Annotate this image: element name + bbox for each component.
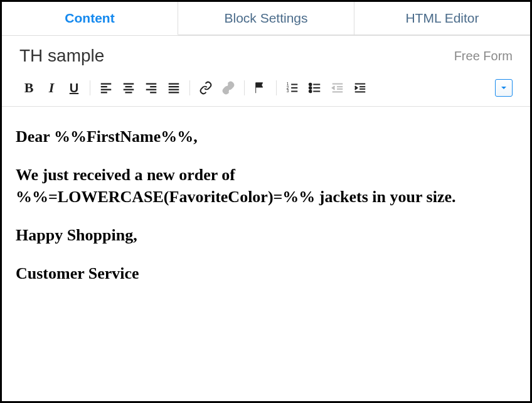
- align-justify-icon: [167, 81, 181, 95]
- flag-button[interactable]: [251, 78, 270, 97]
- more-tools-button[interactable]: [495, 79, 513, 97]
- content-paragraph: Customer Service: [16, 262, 516, 284]
- bold-button[interactable]: B: [19, 78, 38, 97]
- outdent-button[interactable]: [328, 78, 347, 97]
- block-header: TH sample Free Form: [2, 36, 530, 73]
- unlink-button[interactable]: [219, 78, 238, 97]
- unordered-list-button[interactable]: [306, 78, 324, 97]
- align-left-icon: [99, 81, 113, 95]
- align-left-button[interactable]: [97, 78, 115, 97]
- svg-text:3: 3: [287, 89, 289, 93]
- content-paragraph: We just received a new order of %%=LOWER…: [16, 164, 516, 208]
- underline-icon: U: [70, 81, 78, 95]
- tab-html-editor[interactable]: HTML Editor: [354, 2, 530, 35]
- outdent-icon: [331, 81, 344, 95]
- align-right-button[interactable]: [142, 78, 161, 97]
- indent-button[interactable]: [351, 78, 370, 97]
- svg-point-28: [309, 90, 312, 93]
- align-justify-button[interactable]: [164, 78, 183, 97]
- editor-tabs: Content Block Settings HTML Editor: [2, 2, 530, 36]
- tab-block-settings[interactable]: Block Settings: [178, 2, 354, 35]
- link-icon: [199, 81, 213, 95]
- toolbar-separator: [90, 80, 90, 95]
- link-button[interactable]: [196, 78, 215, 97]
- block-type-label: Free Form: [454, 49, 513, 63]
- align-center-button[interactable]: [119, 78, 138, 97]
- content-paragraph: Happy Shopping,: [16, 224, 516, 246]
- toolbar-separator: [276, 80, 277, 95]
- unlink-icon: [221, 81, 235, 95]
- align-right-icon: [144, 81, 158, 95]
- content-editor[interactable]: Dear %%FirstName%%, We just received a n…: [2, 107, 530, 320]
- content-paragraph: Dear %%FirstName%%,: [16, 126, 516, 148]
- block-title: TH sample: [19, 46, 104, 66]
- italic-button[interactable]: I: [42, 78, 61, 97]
- svg-point-26: [309, 83, 312, 86]
- flag-icon: [253, 81, 267, 95]
- ordered-list-button[interactable]: 123: [283, 78, 302, 97]
- toolbar-separator: [189, 80, 190, 95]
- indent-icon: [353, 81, 367, 95]
- underline-button[interactable]: U: [65, 78, 83, 97]
- svg-point-27: [309, 87, 312, 89]
- tab-content[interactable]: Content: [2, 2, 178, 35]
- bold-icon: B: [24, 80, 34, 96]
- formatting-toolbar: B I U: [2, 73, 530, 107]
- italic-icon: I: [49, 80, 55, 96]
- toolbar-separator: [244, 80, 245, 95]
- chevron-down-icon: [499, 83, 509, 93]
- unordered-list-icon: [308, 81, 322, 95]
- ordered-list-icon: 123: [285, 81, 299, 95]
- align-center-icon: [122, 81, 136, 95]
